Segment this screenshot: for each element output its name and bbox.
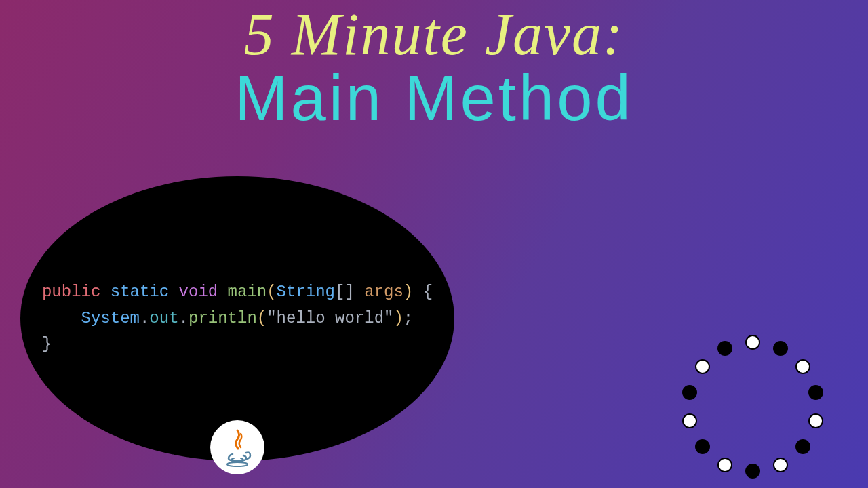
decoration-dot — [808, 413, 823, 428]
dotted-circle-decoration — [678, 332, 827, 481]
java-logo-icon — [210, 420, 264, 474]
decoration-dot — [717, 341, 732, 356]
title-line2: Main Method — [0, 62, 868, 135]
decoration-dot — [745, 464, 760, 479]
decoration-dot — [717, 458, 732, 472]
svg-point-0 — [227, 462, 248, 466]
decoration-dot — [682, 385, 697, 400]
decoration-dot — [773, 341, 788, 356]
code-snippet-panel: public static void main(String[] args) {… — [20, 176, 454, 461]
decoration-dot — [745, 335, 760, 350]
decoration-dot — [795, 439, 810, 454]
title-line1: 5 Minute Java: — [0, 0, 868, 68]
code-text: public static void main(String[] args) {… — [42, 279, 433, 357]
decoration-dot — [795, 359, 810, 374]
decoration-dot — [808, 385, 823, 400]
title-block: 5 Minute Java: Main Method — [0, 0, 868, 135]
decoration-dot — [695, 359, 710, 374]
decoration-dot — [773, 458, 788, 472]
decoration-dot — [682, 413, 697, 428]
decoration-dot — [695, 439, 710, 454]
